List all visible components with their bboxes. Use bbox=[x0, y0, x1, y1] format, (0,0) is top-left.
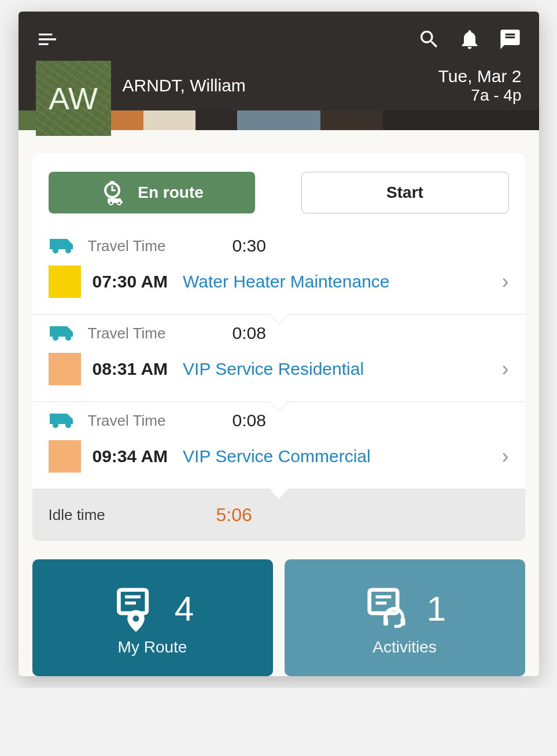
date-block: Tue, Mar 2 7a - 4p bbox=[438, 67, 522, 105]
svg-point-6 bbox=[53, 248, 58, 253]
action-row: En route Start bbox=[32, 153, 525, 227]
job-time: 09:34 AM bbox=[93, 447, 168, 466]
job-row[interactable]: 07:30 AM Water Heater Maintenance › bbox=[32, 262, 525, 314]
idle-row: Idle time 5:06 bbox=[32, 489, 525, 541]
van-icon bbox=[49, 322, 76, 345]
activities-tile[interactable]: 1 Activities bbox=[285, 559, 525, 676]
date-label: Tue, Mar 2 bbox=[438, 67, 522, 86]
route-card: En route Start Travel Time 0:30 07:30 AM… bbox=[32, 153, 525, 541]
svg-point-9 bbox=[53, 422, 58, 428]
activities-count: 1 bbox=[427, 589, 446, 629]
activities-label: Activities bbox=[372, 638, 436, 657]
job-color-block bbox=[49, 353, 81, 385]
svg-rect-18 bbox=[383, 618, 388, 625]
user-header: AW ARNDT, William Tue, Mar 2 7a - 4p bbox=[19, 67, 539, 110]
svg-point-14 bbox=[132, 615, 139, 622]
job-color-block bbox=[49, 265, 81, 298]
job-time: 08:31 AM bbox=[93, 359, 168, 379]
chat-icon[interactable] bbox=[499, 28, 522, 51]
en-route-label: En route bbox=[138, 183, 204, 202]
svg-rect-19 bbox=[400, 618, 405, 625]
job-time: 07:30 AM bbox=[93, 272, 168, 292]
route-list-pin-icon bbox=[111, 584, 161, 633]
van-icon bbox=[49, 409, 76, 432]
list-headset-icon bbox=[363, 584, 413, 633]
start-button[interactable]: Start bbox=[301, 172, 509, 213]
travel-time-label: Travel Time bbox=[88, 412, 221, 430]
hours-label: 7a - 4p bbox=[438, 86, 522, 105]
my-route-tile[interactable]: 4 My Route bbox=[32, 559, 273, 676]
app-root: AW ARNDT, William Tue, Mar 2 7a - 4p En … bbox=[19, 12, 539, 676]
avatar-initials: AW bbox=[49, 80, 98, 116]
chevron-right-icon: › bbox=[502, 357, 509, 381]
travel-time-value: 0:08 bbox=[233, 323, 266, 343]
start-label: Start bbox=[386, 183, 423, 202]
idle-time-value: 5:06 bbox=[216, 504, 252, 526]
svg-rect-1 bbox=[110, 181, 115, 183]
chevron-right-icon: › bbox=[502, 444, 509, 469]
svg-point-2 bbox=[109, 201, 113, 205]
user-name: ARNDT, William bbox=[123, 76, 246, 95]
job-row[interactable]: 09:34 AM VIP Service Commercial › bbox=[32, 437, 525, 489]
svg-point-7 bbox=[53, 335, 58, 341]
job-color-block bbox=[49, 440, 81, 473]
van-icon bbox=[49, 234, 76, 257]
en-route-button[interactable]: En route bbox=[49, 172, 255, 213]
menu-icon[interactable] bbox=[36, 28, 59, 51]
svg-point-8 bbox=[65, 335, 71, 341]
travel-time-label: Travel Time bbox=[88, 237, 221, 255]
divider bbox=[32, 401, 525, 402]
svg-point-5 bbox=[65, 248, 71, 253]
my-route-label: My Route bbox=[118, 638, 187, 657]
travel-time-label: Travel Time bbox=[88, 324, 221, 342]
tile-row: 4 My Route 1 Activities bbox=[19, 555, 539, 676]
travel-row: Travel Time 0:30 bbox=[32, 227, 525, 262]
svg-point-3 bbox=[117, 201, 121, 205]
svg-point-10 bbox=[65, 422, 71, 428]
bell-icon[interactable] bbox=[458, 28, 481, 51]
idle-time-label: Idle time bbox=[49, 506, 216, 524]
job-row[interactable]: 08:31 AM VIP Service Residential › bbox=[32, 349, 525, 401]
travel-time-value: 0:30 bbox=[233, 236, 266, 256]
my-route-count: 4 bbox=[175, 589, 194, 629]
chevron-right-icon: › bbox=[502, 270, 509, 294]
job-title: Water Heater Maintenance bbox=[183, 272, 389, 292]
search-icon[interactable] bbox=[418, 28, 441, 51]
topbar bbox=[19, 12, 539, 67]
stopwatch-van-icon bbox=[99, 179, 127, 206]
job-title: VIP Service Commercial bbox=[183, 447, 371, 466]
divider bbox=[32, 314, 525, 315]
job-title: VIP Service Residential bbox=[183, 359, 364, 379]
avatar[interactable]: AW bbox=[36, 61, 111, 136]
travel-time-value: 0:08 bbox=[233, 411, 266, 430]
